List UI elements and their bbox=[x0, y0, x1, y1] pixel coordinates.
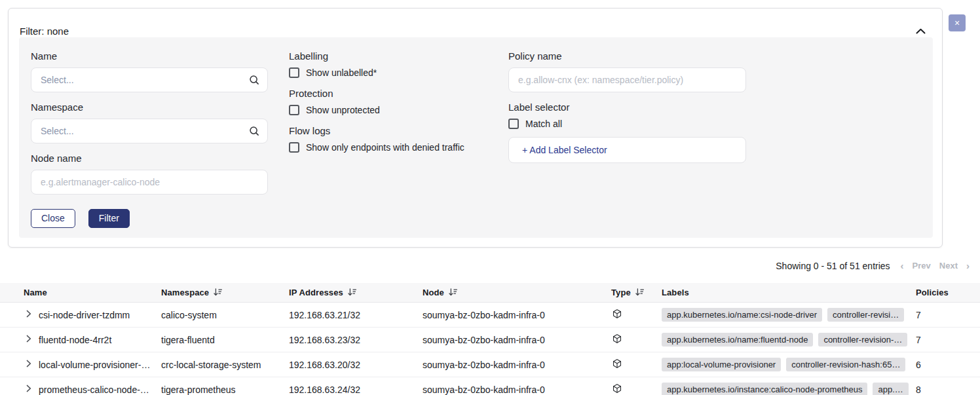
endpoints-table: Name Namespace IP Addresses Node Type La… bbox=[0, 283, 980, 395]
expand-row-button[interactable] bbox=[26, 360, 31, 369]
filter-panel: Name Namespace Node name Close Filt bbox=[19, 37, 933, 238]
node-name-field-label: Node name bbox=[31, 153, 268, 164]
expand-row-button[interactable] bbox=[26, 385, 31, 394]
label-chip: app.… bbox=[873, 383, 908, 395]
endpoint-name: prometheus-calico-node-… bbox=[39, 385, 149, 395]
column-header-policies: Policies bbox=[916, 288, 980, 297]
label-chip: controller-revision-… bbox=[818, 333, 907, 347]
name-field-label: Name bbox=[31, 50, 268, 62]
column-header-namespace[interactable]: Namespace bbox=[161, 288, 289, 298]
endpoint-node: soumya-bz-0zbo-kadm-infra-0 bbox=[423, 360, 609, 370]
denied-traffic-checkbox[interactable] bbox=[289, 142, 299, 153]
chevron-right-icon bbox=[26, 360, 31, 369]
prev-arrow-icon[interactable]: ‹ bbox=[901, 260, 904, 271]
workload-endpoint-icon bbox=[612, 383, 622, 395]
label-chip: app.kubernetes.io/instance:calico-node-p… bbox=[662, 383, 867, 395]
filter-column-right: Policy name Label selector Match all + A… bbox=[508, 50, 746, 163]
filter-title: Filter: none bbox=[20, 26, 69, 37]
policies-count: 7 bbox=[916, 335, 980, 345]
endpoint-ip: 192.168.63.24/32 bbox=[289, 385, 423, 395]
expand-row-button[interactable] bbox=[26, 310, 31, 320]
column-header-label: Namespace bbox=[161, 288, 209, 297]
column-header-label: Node bbox=[423, 288, 444, 297]
namespace-select bbox=[31, 119, 268, 143]
show-unlabelled-label: Show unlabelled* bbox=[306, 67, 377, 78]
show-unprotected-label: Show unprotected bbox=[306, 105, 380, 115]
column-header-node[interactable]: Node bbox=[423, 288, 609, 298]
column-header-label: IP Addresses bbox=[289, 288, 343, 297]
column-header-label: Policies bbox=[916, 288, 949, 297]
table-row: csi-node-driver-tzdmm calico-system 192.… bbox=[0, 303, 980, 328]
endpoint-node: soumya-bz-0zbo-kadm-infra-0 bbox=[423, 310, 609, 320]
column-header-labels: Labels bbox=[658, 288, 916, 297]
next-page-button[interactable]: Next bbox=[939, 261, 958, 271]
flow-logs-section-label: Flow logs bbox=[289, 125, 512, 136]
show-unprotected-row: Show unprotected bbox=[289, 105, 512, 115]
label-chip: app.kubernetes.io/name:fluentd-node bbox=[662, 333, 813, 347]
show-unlabelled-row: Show unlabelled* bbox=[289, 67, 512, 78]
chevron-right-icon bbox=[26, 335, 31, 345]
labelling-section-label: Labelling bbox=[289, 50, 512, 62]
show-unprotected-checkbox[interactable] bbox=[289, 105, 299, 115]
filter-card: Filter: none Name Namespace Node name bbox=[8, 8, 943, 248]
endpoint-ip: 192.168.63.21/32 bbox=[289, 310, 423, 320]
filter-column-middle: Labelling Show unlabelled* Protection Sh… bbox=[289, 50, 512, 162]
label-chip: controller-revision-hash:65… bbox=[786, 358, 905, 371]
labels-list: app:local-volume-provisioner controller-… bbox=[662, 358, 916, 371]
policies-count: 6 bbox=[916, 360, 980, 370]
column-header-ip-addresses[interactable]: IP Addresses bbox=[289, 288, 423, 298]
match-all-label: Match all bbox=[525, 119, 562, 129]
workload-endpoint-icon bbox=[612, 309, 622, 321]
chevron-right-icon bbox=[26, 385, 31, 394]
label-chip: app:local-volume-provisioner bbox=[662, 358, 781, 371]
column-header-label: Type bbox=[611, 288, 631, 297]
labels-list: app.kubernetes.io/name:csi-node-driver c… bbox=[662, 308, 916, 322]
close-button[interactable]: Close bbox=[31, 209, 75, 228]
table-row: fluentd-node-4rr2t tigera-fluentd 192.16… bbox=[0, 328, 980, 352]
protection-section-label: Protection bbox=[289, 88, 512, 99]
filter-button[interactable]: Filter bbox=[88, 209, 130, 228]
sort-icon bbox=[348, 288, 356, 298]
column-header-label: Labels bbox=[662, 288, 689, 297]
denied-traffic-label: Show only endpoints with denied traffic bbox=[306, 142, 464, 153]
collapse-filter-button[interactable] bbox=[914, 26, 926, 35]
prev-page-button[interactable]: Prev bbox=[913, 261, 931, 271]
workload-endpoint-icon bbox=[612, 358, 622, 371]
namespace-field-label: Namespace bbox=[31, 102, 268, 113]
policies-count: 8 bbox=[916, 385, 980, 395]
pagination: Showing 0 - 51 of 51 entries ‹ Prev Next… bbox=[776, 260, 970, 271]
chevron-up-icon bbox=[916, 26, 926, 36]
policy-name-input[interactable] bbox=[508, 67, 746, 92]
namespace-select-input[interactable] bbox=[31, 119, 268, 143]
policy-name-field-label: Policy name bbox=[508, 50, 746, 62]
show-unlabelled-checkbox[interactable] bbox=[289, 67, 299, 78]
label-chip: app.kubernetes.io/name:csi-node-driver bbox=[662, 308, 822, 322]
column-header-type[interactable]: Type bbox=[609, 288, 658, 298]
close-panel-button[interactable]: × bbox=[949, 14, 966, 31]
filter-actions: Close Filter bbox=[31, 209, 268, 228]
table-row: prometheus-calico-node-… tigera-promethe… bbox=[0, 377, 980, 395]
close-icon: × bbox=[954, 18, 960, 28]
table-header-row: Name Namespace IP Addresses Node Type La… bbox=[0, 283, 980, 303]
node-name-field bbox=[31, 170, 268, 195]
column-header-name: Name bbox=[0, 288, 161, 297]
labels-list: app.kubernetes.io/name:fluentd-node cont… bbox=[662, 333, 916, 347]
match-all-row: Match all bbox=[508, 119, 746, 129]
endpoint-namespace: tigera-prometheus bbox=[161, 385, 289, 395]
expand-row-button[interactable] bbox=[26, 335, 31, 345]
node-name-input[interactable] bbox=[31, 170, 268, 195]
table-row: local-volume-provisioner-… crc-local-sto… bbox=[0, 352, 980, 377]
next-arrow-icon[interactable]: › bbox=[966, 260, 970, 271]
label-selector-section-label: Label selector bbox=[508, 102, 746, 113]
endpoint-node: soumya-bz-0zbo-kadm-infra-0 bbox=[423, 335, 609, 345]
policy-name-field bbox=[508, 67, 746, 92]
endpoint-ip: 192.168.63.23/32 bbox=[289, 335, 423, 345]
match-all-checkbox[interactable] bbox=[508, 119, 519, 129]
column-header-label: Name bbox=[24, 288, 47, 297]
endpoint-namespace: tigera-fluentd bbox=[161, 335, 289, 345]
name-select-input[interactable] bbox=[31, 67, 268, 92]
endpoint-namespace: calico-system bbox=[161, 310, 289, 320]
endpoint-ip: 192.168.63.20/32 bbox=[289, 360, 423, 370]
add-label-selector-button[interactable]: + Add Label Selector bbox=[508, 137, 746, 163]
endpoint-name: local-volume-provisioner-… bbox=[39, 360, 150, 370]
